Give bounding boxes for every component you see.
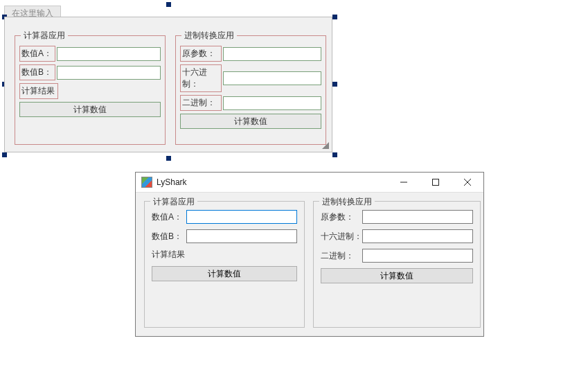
label-bin: 二进制： (180, 95, 222, 111)
designer-row-bin[interactable]: 二进制： (180, 95, 321, 111)
label-original: 原参数： (180, 46, 222, 62)
minimize-button[interactable] (388, 173, 420, 192)
input-hex[interactable] (223, 71, 321, 85)
button-label: 计算数值 (380, 271, 413, 281)
calculate-button[interactable]: 计算数值 (152, 266, 297, 281)
label-result: 计算结果 (152, 249, 297, 261)
maximize-icon (432, 179, 439, 186)
groupbox-conversion: 进制转换应用 原参数： 十六进制： 二进制： 计算数值 (313, 201, 481, 328)
svg-rect-1 (433, 179, 439, 186)
groupbox-title: 计算器应用 (150, 196, 197, 208)
maximize-button[interactable] (420, 173, 452, 192)
designer-row-orig[interactable]: 原参数： (180, 46, 321, 62)
groupbox-title: 计算器应用 (21, 30, 68, 42)
designer-groupbox-conversion[interactable]: 进制转换应用 原参数： 十六进制： 二进制： 计算数值 (175, 35, 326, 145)
groupbox-title: 进制转换应用 (181, 30, 237, 42)
designer-row-value-a[interactable]: 数值A： (19, 46, 161, 62)
input-original[interactable] (223, 47, 321, 61)
row-value-a: 数值A： (152, 210, 297, 224)
input-bin[interactable] (223, 96, 321, 110)
label-bin: 二进制： (321, 250, 362, 262)
groupbox-calculator: 计算器应用 数值A： 数值B： 计算结果 计算数值 (144, 201, 305, 328)
label-value-b: 数值B： (152, 231, 186, 243)
window-controls (388, 173, 483, 192)
row-bin: 二进制： (321, 249, 473, 263)
input-original[interactable] (362, 210, 473, 224)
row-hex: 十六进制： (321, 229, 473, 243)
window-body: 计算器应用 数值A： 数值B： 计算结果 计算数值 进制转换应用 原参数： 十六… (136, 193, 483, 336)
selection-handle[interactable] (166, 156, 171, 161)
input-hex[interactable] (362, 229, 473, 243)
selection-handle[interactable] (332, 152, 337, 157)
calculate-button[interactable]: 计算数值 (321, 268, 473, 283)
label-value-b: 数值B： (19, 64, 55, 80)
window-title: LyShark (157, 177, 187, 187)
selection-handle[interactable] (332, 82, 337, 87)
row-value-b: 数值B： (152, 229, 297, 243)
minimize-icon (400, 179, 407, 186)
label-value-a: 数值A： (152, 211, 186, 223)
button-label: 计算数值 (73, 104, 107, 116)
button-label: 计算数值 (234, 116, 267, 127)
selection-handle[interactable] (166, 2, 171, 7)
selection-handle[interactable] (2, 152, 7, 157)
designer-canvas[interactable]: 计算器应用 数值A： 数值B： 计算结果 计算数值 进制转换应用 原参数： 十六… (4, 17, 332, 152)
button-label: 计算数值 (208, 269, 241, 279)
calculate-button[interactable]: 计算数值 (19, 102, 161, 117)
close-icon (464, 179, 471, 186)
designer-row-value-b[interactable]: 数值B： (19, 64, 161, 80)
row-original: 原参数： (321, 210, 473, 224)
label-value-a: 数值A： (19, 46, 55, 62)
titlebar[interactable]: LyShark (136, 173, 483, 193)
input-value-a[interactable] (186, 210, 297, 224)
input-value-b[interactable] (57, 66, 161, 80)
window-lyshark: LyShark 计算器应用 数值A： 数值B： 计算结果 (135, 172, 484, 337)
close-button[interactable] (452, 173, 483, 192)
resize-grip-icon[interactable] (322, 142, 329, 149)
label-hex: 十六进制： (321, 231, 362, 243)
calculate-button[interactable]: 计算数值 (180, 114, 321, 129)
designer-groupbox-calculator[interactable]: 计算器应用 数值A： 数值B： 计算结果 计算数值 (15, 35, 166, 145)
input-value-b[interactable] (186, 229, 297, 243)
selection-handle[interactable] (332, 15, 337, 19)
label-result: 计算结果 (19, 83, 58, 99)
input-bin[interactable] (362, 249, 473, 263)
app-icon (141, 177, 152, 188)
label-hex: 十六进制： (180, 64, 222, 92)
groupbox-title: 进制转换应用 (319, 196, 375, 208)
label-original: 原参数： (321, 211, 362, 223)
designer-row-hex[interactable]: 十六进制： (180, 64, 321, 92)
input-value-a[interactable] (57, 47, 161, 61)
